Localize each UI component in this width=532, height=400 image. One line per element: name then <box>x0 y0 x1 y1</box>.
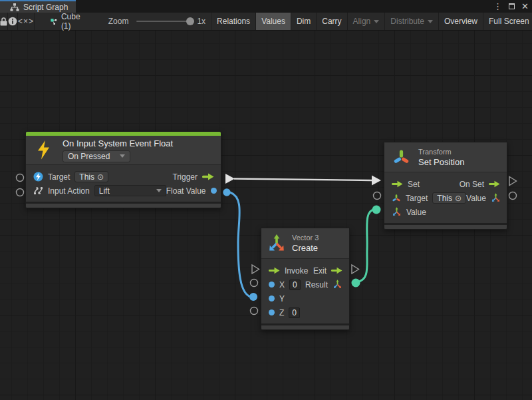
node-vector3-create[interactable]: Vector 3 Create Invoke Exit <box>261 228 350 330</box>
vector3-mini-icon <box>491 193 501 203</box>
toolbar-button-values[interactable]: Values <box>255 13 291 30</box>
float-value-port-dot <box>211 188 217 194</box>
toolbar-button-relations[interactable]: Relations <box>211 13 255 30</box>
button-label: Values <box>261 17 285 26</box>
event-mode-dropdown[interactable]: On Pressed <box>63 150 130 162</box>
input-action-label: Input Action <box>48 186 90 196</box>
graph-target-label: Cube (1) <box>61 12 83 31</box>
row-target: Target This ⊙ Value <box>384 191 507 205</box>
zoom-value: 1x <box>197 17 205 26</box>
input-action-dropdown[interactable]: Lift <box>94 185 166 196</box>
z-value-field[interactable]: 0 <box>289 307 300 318</box>
chevron-down-icon <box>156 189 162 192</box>
inspect-values-toggle[interactable]: <×> <box>18 13 35 30</box>
target-object-value: This <box>437 194 452 203</box>
node-title: On Input System Event Float <box>63 138 173 148</box>
tab-script-graph[interactable]: Script Graph <box>0 0 76 13</box>
target-object-field[interactable]: This ⊙ <box>74 171 108 182</box>
node-footer <box>384 223 507 229</box>
flow-arrow-icon <box>331 267 342 274</box>
button-label: Dim <box>297 17 311 26</box>
zoom-slider-handle[interactable] <box>186 17 194 25</box>
lock-icon <box>0 17 7 26</box>
toolbar-button-distribute[interactable]: Distribute <box>384 13 438 30</box>
row-z: Z 0 <box>261 305 349 319</box>
x-port-dot <box>269 282 275 288</box>
chevron-down-icon <box>428 20 433 23</box>
y-label: Y <box>279 294 285 303</box>
row-invoke: Invoke Exit <box>261 264 349 278</box>
graph-asset-icon <box>51 17 57 26</box>
z-port-dot <box>269 309 275 315</box>
toolbar-buttons: Relations Values Dim Carry Align Distrib… <box>211 13 532 30</box>
invoke-label: Invoke <box>285 266 308 276</box>
button-label: Distribute <box>390 17 424 26</box>
x-label: X <box>279 280 285 290</box>
chevron-down-icon <box>374 20 379 23</box>
target-label: Target <box>48 172 70 182</box>
toolbar-button-overview[interactable]: Overview <box>438 13 483 30</box>
flow-arrow-icon <box>269 267 280 274</box>
vector3-mini-icon <box>332 280 342 290</box>
zoom-control: Zoom 1x <box>108 13 211 30</box>
button-label: Overview <box>444 17 477 26</box>
target-object-value: This <box>79 172 94 182</box>
graph-target-breadcrumb[interactable]: Cube (1) <box>44 13 90 30</box>
node-category: Vector 3 <box>292 234 319 242</box>
button-label: Carry <box>322 17 341 26</box>
graph-toolbar: <×> Cube (1) Zoom 1x Relations Values Di… <box>0 13 532 31</box>
input-system-icon <box>33 172 43 182</box>
node-transform-set-position[interactable]: Transform Set Position Set On Set <box>384 142 507 230</box>
value-in-label: Value <box>406 208 426 217</box>
node-on-input-system-event-float[interactable]: On Input System Event Float On Pressed T… <box>25 131 221 208</box>
chevron-down-icon <box>120 154 125 158</box>
info-icon <box>8 17 17 26</box>
target-object-field[interactable]: This ⊙ <box>432 192 466 204</box>
vector3-icon <box>267 234 286 253</box>
tab-label: Script Graph <box>23 3 68 12</box>
toolbar-button-fullscreen[interactable]: Full Screen <box>483 13 532 30</box>
visual-scripting-window: Script Graph ⋮ ✕ <×> <box>0 0 532 400</box>
y-port-dot <box>269 296 275 301</box>
row-target: Target This ⊙ Trigger <box>26 170 221 184</box>
set-label: Set <box>408 180 420 189</box>
window-menu-icon[interactable]: ⋮ <box>493 0 502 13</box>
window-maximize-icon[interactable] <box>509 3 515 9</box>
script-graph-icon <box>10 3 19 11</box>
flow-arrow-icon <box>392 180 403 188</box>
object-picker-icon[interactable]: ⊙ <box>97 173 104 181</box>
event-mode-value: On Pressed <box>68 152 110 161</box>
input-action-icon <box>33 186 43 196</box>
info-button[interactable] <box>8 13 18 30</box>
flow-arrow-icon <box>489 180 500 188</box>
button-label: Full Screen <box>489 17 529 26</box>
on-set-label: On Set <box>460 180 484 189</box>
trigger-label: Trigger <box>172 172 198 182</box>
window-close-icon[interactable]: ✕ <box>521 0 529 13</box>
inspect-values-label: <×> <box>18 17 34 26</box>
toolbar-button-carry[interactable]: Carry <box>316 13 346 30</box>
node-footer <box>26 202 221 208</box>
lightning-bolt-icon <box>33 140 63 160</box>
row-y: Y <box>261 292 349 305</box>
float-value-label: Float Value <box>166 186 206 196</box>
toolbar-button-dim[interactable]: Dim <box>291 13 316 30</box>
lock-button[interactable] <box>0 13 8 30</box>
result-label: Result <box>305 280 328 290</box>
flow-arrow-icon <box>202 173 214 180</box>
zoom-label: Zoom <box>108 17 129 26</box>
z-label: Z <box>279 308 284 317</box>
window-controls: ⋮ ✕ <box>493 0 529 13</box>
target-label: Target <box>406 194 428 203</box>
x-value-field[interactable]: 0 <box>289 280 301 290</box>
row-set: Set On Set <box>384 177 507 191</box>
transform-icon <box>392 148 410 166</box>
toolbar-button-align[interactable]: Align <box>347 13 385 30</box>
node-title: Create <box>292 243 319 253</box>
value-out-label: Value <box>466 194 486 203</box>
tab-bar: Script Graph ⋮ ✕ <box>0 0 532 13</box>
button-label: Relations <box>217 17 250 26</box>
row-x: X 0 Result <box>261 278 349 292</box>
zoom-slider[interactable] <box>136 21 191 22</box>
object-picker-icon[interactable]: ⊙ <box>455 194 462 202</box>
